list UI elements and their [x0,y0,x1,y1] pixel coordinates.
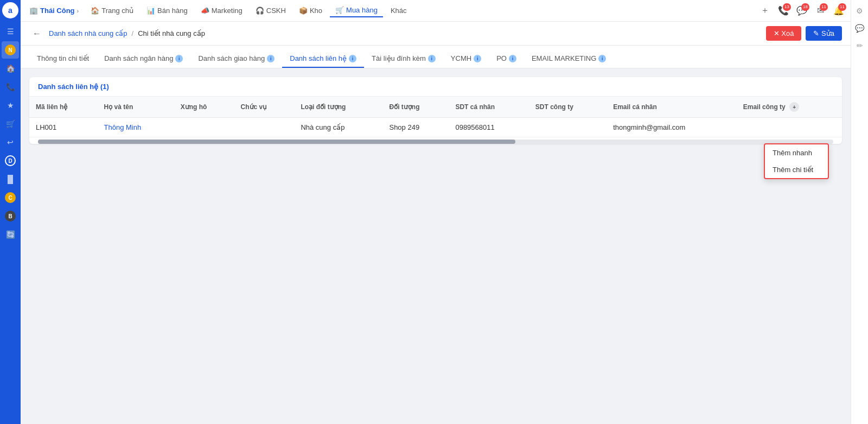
tab-ycmh-label: YCMH [451,54,471,62]
tab-ngan-hang-label: Danh sách ngân hàng [104,54,173,62]
content-area: ← Danh sách nhà cung cấp / Chi tiết nhà … [21,22,851,424]
pencil-right-icon[interactable]: ✏ [853,39,866,52]
kho-icon: 📦 [299,7,308,15]
cell-doi-tuong: Shop 249 [382,118,449,137]
phone-nav-icon[interactable]: 📞 13 [776,3,791,18]
tab-danh-sach-lien-he[interactable]: Danh sách liên hệ i [282,50,364,68]
nav-mua-hang[interactable]: 🛒 Mua hàng [330,4,383,17]
trang-chu-label: Trang chủ [101,7,133,15]
them-chi-tiet-item[interactable]: Thêm chi tiết [765,161,828,178]
refresh-sidebar-icon[interactable]: 🔄 [2,226,19,243]
nav-ban-hang[interactable]: 📊 Bán hàng [141,4,193,17]
mua-hang-label: Mua hàng [346,6,378,14]
phone-badge: 13 [783,3,791,11]
tab-tai-lieu-info-icon: i [428,55,436,62]
sidebar-left: a ☰ N 🏠 📞 ★ 🛒 ↩ D ▐▌ C B 🔄 [0,0,21,424]
col-chuc-vu: Chức vụ [234,97,295,118]
cell-email-ca-nhan: thongminh@gmail.com [607,118,737,137]
section-header: Danh sách liên hệ (1) [29,77,842,97]
delete-button[interactable]: ✕ Xoá [766,26,802,41]
breadcrumb-separator: / [132,29,134,37]
c-badge-icon[interactable]: C [2,189,19,206]
mail-nav-icon[interactable]: ✉ 11 [813,3,828,18]
brand-nav[interactable]: 🏢 Thái Công › [25,4,83,17]
edit-button[interactable]: ✎ Sửa [806,26,842,41]
ho-va-ten-link[interactable]: Thông Minh [104,123,142,131]
ban-hang-label: Bán hàng [157,7,188,15]
cell-xung-ho [174,118,234,137]
ban-hang-icon: 📊 [146,7,155,15]
breadcrumb-parent-link[interactable]: Danh sách nhà cung cấp [49,29,127,37]
mail-badge: 11 [820,3,828,11]
tabs-bar: Thông tin chi tiết Danh sách ngân hàng i… [21,46,851,68]
tab-giao-hang-label: Danh sách giao hàng [198,54,265,62]
email-cong-ty-add-icon[interactable]: + [789,102,799,112]
cell-chuc-vu [234,118,295,137]
khac-label: Khác [391,7,407,15]
tab-po[interactable]: PO i [489,50,524,68]
cell-ma-lien-he: LH001 [29,118,98,137]
main-area: 🏢 Thái Công › 🏠 Trang chủ 📊 Bán hàng 📣 M… [21,0,851,424]
tab-ngan-hang-info-icon: i [175,55,183,62]
trang-chu-icon: 🏠 [91,7,99,15]
col-ma-lien-he: Mã liên hệ [29,97,98,118]
tab-lien-he-label: Danh sách liên hệ [290,54,347,62]
back-button[interactable]: ← [29,28,44,40]
cell-loai-doi-tuong: Nhà cung cấp [294,118,382,137]
nav-trang-chu[interactable]: 🏠 Trang chủ [85,4,139,17]
phone-sidebar-icon[interactable]: 📞 [2,78,19,96]
mua-hang-icon: 🛒 [335,6,344,14]
menu-icon[interactable]: ☰ [2,23,19,40]
lien-he-table: Mã liên hệ Họ và tên Xưng hô Chức vụ Loạ… [29,97,842,137]
nav-kho[interactable]: 📦 Kho [293,4,328,17]
tab-tai-lieu-dinh-kem[interactable]: Tài liệu đính kèm i [364,50,443,68]
lien-he-section-card: Danh sách liên hệ (1) Mã liên hệ Họ và t… [29,77,842,144]
marketing-icon: 📣 [201,7,209,15]
col-sdt-ca-nhan: SDT cá nhân [449,97,528,118]
b-badge-icon[interactable]: B [2,207,19,225]
tab-po-info-icon: i [509,55,516,62]
chat-right-icon[interactable]: 💬 [853,22,866,35]
col-ho-va-ten: Họ và tên [98,97,174,118]
tab-email-marketing[interactable]: EMAIL MARKETING i [524,50,614,68]
tab-ycmh[interactable]: YCMH i [443,50,489,68]
cell-sdt-cong-ty [529,118,607,137]
col-loai-doi-tuong: Loại đối tượng [294,97,382,118]
cell-ho-va-ten[interactable]: Thông Minh [98,118,174,137]
add-dropdown-popup: Thêm nhanh Thêm chi tiết [764,143,829,179]
tab-thong-tin-chi-tiet[interactable]: Thông tin chi tiết [29,50,97,68]
star-sidebar-icon[interactable]: ★ [2,97,19,114]
tab-danh-sach-ngan-hang[interactable]: Danh sách ngân hàng i [97,50,190,68]
home-sidebar-icon[interactable]: 🏠 [2,60,19,77]
horizontal-scrollbar[interactable] [38,140,833,144]
col-sdt-cong-ty: SDT công ty [529,97,607,118]
nav-marketing[interactable]: 📣 Marketing [195,4,248,17]
bell-nav-icon[interactable]: 🔔 11 [831,3,846,18]
kho-label: Kho [310,7,322,15]
chart-sidebar-icon[interactable]: ▐▌ [2,170,19,188]
tab-lien-he-info-icon: i [349,55,356,62]
chat-badge: 18 [801,3,809,11]
right-sidebar: ⚙ 💬 ✏ [851,0,868,424]
chat-nav-icon[interactable]: 💬 18 [794,3,809,18]
cart-sidebar-icon[interactable]: 🛒 [2,115,19,132]
nav-cskh[interactable]: 🎧 CSKH [250,4,291,17]
d-badge-icon[interactable]: D [2,152,19,169]
tab-giao-hang-info-icon: i [267,55,275,62]
return-sidebar-icon[interactable]: ↩ [2,134,19,151]
add-nav-icon[interactable]: ＋ [757,3,773,18]
tab-danh-sach-giao-hang[interactable]: Danh sách giao hàng i [190,50,282,68]
page-body: Danh sách liên hệ (1) Mã liên hệ Họ và t… [21,68,851,424]
scroll-thumb[interactable] [38,140,515,144]
col-doi-tuong: Đối tượng [382,97,449,118]
them-nhanh-item[interactable]: Thêm nhanh [765,144,828,161]
app-logo[interactable]: a [2,2,18,18]
settings-right-icon[interactable]: ⚙ [853,4,866,17]
cell-email-cong-ty [737,118,842,137]
nav-icons: ＋ 📞 13 💬 18 ✉ 11 🔔 11 [757,3,846,18]
nav-khac[interactable]: Khác [385,4,412,17]
table-row: LH001 Thông Minh Nhà cung cấp Shop 249 0… [29,118,842,137]
tab-email-marketing-label: EMAIL MARKETING [532,54,596,62]
notification-n-badge[interactable]: N [2,41,19,59]
brand-chevron: › [77,8,79,14]
